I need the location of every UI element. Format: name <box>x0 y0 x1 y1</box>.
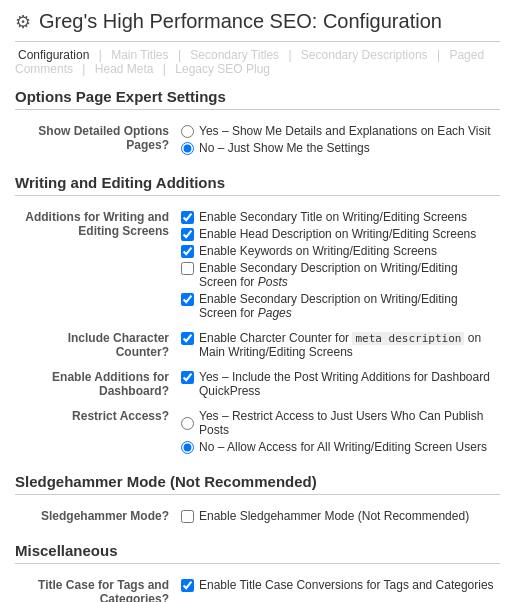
dashboard-label: Enable Additions for Dashboard? <box>15 366 175 405</box>
radio-restrict-no[interactable] <box>181 441 194 454</box>
options-section-heading: Options Page Expert Settings <box>15 88 500 110</box>
dashboard-row: Enable Additions for Dashboard? Yes – In… <box>15 366 500 405</box>
cb-secondary-desc-posts[interactable] <box>181 262 194 275</box>
radio-no-details[interactable] <box>181 142 194 155</box>
cb-sledgehammer[interactable] <box>181 510 194 523</box>
char-counter-row: Include Character Counter? Enable Charct… <box>15 327 500 366</box>
page-title: ⚙ Greg's High Performance SEO: Configura… <box>15 10 500 33</box>
cb-sledgehammer-label: Enable Sledgehammer Mode (Not Recommende… <box>199 509 469 523</box>
cb-dashboard[interactable] <box>181 371 194 384</box>
cb-keywords[interactable] <box>181 245 194 258</box>
nav-secondary-titles[interactable]: Secondary Titles <box>190 48 279 62</box>
additions-label: Additions for Writing and Editing Screen… <box>15 206 175 327</box>
radio-restrict-yes-label: Yes – Restrict Access to Just Users Who … <box>199 409 494 437</box>
sledgehammer-section-heading: Sledgehammer Mode (Not Recommended) <box>15 473 500 495</box>
nav-current: Configuration <box>18 48 89 62</box>
cb-head-description-label: Enable Head Description on Writing/Editi… <box>199 227 476 241</box>
show-detailed-label: Show Detailed Options Pages? <box>15 120 175 162</box>
radio-restrict-yes[interactable] <box>181 417 194 430</box>
show-detailed-options: Yes – Show Me Details and Explanations o… <box>175 120 500 162</box>
radio-yes-label: Yes – Show Me Details and Explanations o… <box>199 124 491 138</box>
cb-secondary-desc-pages[interactable] <box>181 293 194 306</box>
sledgehammer-label: Sledgehammer Mode? <box>15 505 175 530</box>
restrict-label: Restrict Access? <box>15 405 175 461</box>
dashboard-value: Yes – Include the Post Writing Additions… <box>175 366 500 405</box>
restrict-row: Restrict Access? Yes – Restrict Access t… <box>15 405 500 461</box>
nav-head-meta[interactable]: Head Meta <box>95 62 154 76</box>
cb-head-description[interactable] <box>181 228 194 241</box>
nav-legacy-seo[interactable]: Legacy SEO Plug <box>175 62 270 76</box>
writing-section-heading: Writing and Editing Additions <box>15 174 500 196</box>
cb-secondary-desc-posts-label: Enable Secondary Description on Writing/… <box>199 261 494 289</box>
cb-secondary-title-label: Enable Secondary Title on Writing/Editin… <box>199 210 467 224</box>
settings-icon: ⚙ <box>15 11 31 33</box>
restrict-value: Yes – Restrict Access to Just Users Who … <box>175 405 500 461</box>
cb-title-case-label: Enable Title Case Conversions for Tags a… <box>199 578 494 592</box>
nav-secondary-descriptions[interactable]: Secondary Descriptions <box>301 48 428 62</box>
char-counter-value: Enable Charcter Counter for meta descrip… <box>175 327 500 366</box>
misc-section-heading: Miscellaneous <box>15 542 500 564</box>
sledgehammer-value: Enable Sledgehammer Mode (Not Recommende… <box>175 505 500 530</box>
radio-restrict-no-label: No – Allow Access for All Writing/Editin… <box>199 440 487 454</box>
char-counter-label: Include Character Counter? <box>15 327 175 366</box>
cb-title-case[interactable] <box>181 579 194 592</box>
radio-yes-details[interactable] <box>181 125 194 138</box>
title-case-label: Title Case for Tags and Categories? <box>15 574 175 602</box>
cb-dashboard-label: Yes – Include the Post Writing Additions… <box>199 370 494 398</box>
cb-secondary-desc-pages-label: Enable Secondary Description on Writing/… <box>199 292 494 320</box>
additions-row: Additions for Writing and Editing Screen… <box>15 206 500 327</box>
radio-no-label: No – Just Show Me the Settings <box>199 141 370 155</box>
additions-checkboxes: Enable Secondary Title on Writing/Editin… <box>175 206 500 327</box>
sledgehammer-row: Sledgehammer Mode? Enable Sledgehammer M… <box>15 505 500 530</box>
cb-keywords-label: Enable Keywords on Writing/Editing Scree… <box>199 244 437 258</box>
cb-char-counter[interactable] <box>181 332 194 345</box>
title-case-value: Enable Title Case Conversions for Tags a… <box>175 574 500 602</box>
cb-char-counter-label: Enable Charcter Counter for meta descrip… <box>199 331 494 359</box>
nav-main-titles[interactable]: Main Titles <box>111 48 168 62</box>
title-case-row: Title Case for Tags and Categories? Enab… <box>15 574 500 602</box>
show-detailed-row: Show Detailed Options Pages? Yes – Show … <box>15 120 500 162</box>
nav-links: Configuration | Main Titles | Secondary … <box>15 41 500 76</box>
cb-secondary-title[interactable] <box>181 211 194 224</box>
